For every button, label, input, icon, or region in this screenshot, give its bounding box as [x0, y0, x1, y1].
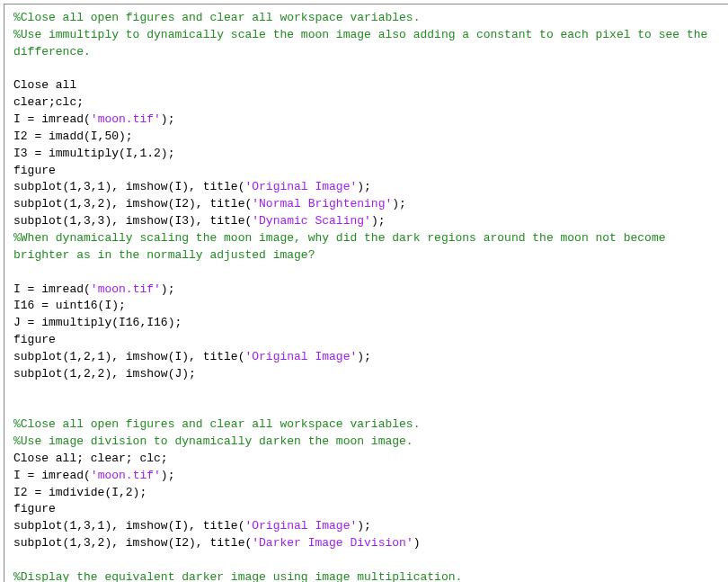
code-token: I2 = imdivide(I,2);: [13, 486, 146, 499]
code-line: [13, 61, 722, 78]
code-token: );: [357, 180, 371, 193]
code-token: figure: [13, 164, 56, 177]
code-token: 'Darker Image Division': [252, 536, 413, 550]
code-line: clear;clc;: [13, 94, 722, 112]
code-line: subplot(1,2,1), imshow(I), title('Origin…: [13, 349, 722, 366]
code-token: %Use image division to dynamically darke…: [13, 434, 413, 448]
code-block: %Close all open figures and clear all wo…: [4, 4, 728, 582]
code-line: subplot(1,2,2), imshow(J);: [13, 366, 722, 383]
code-token: Close all: [13, 78, 76, 92]
code-token: 'moon.tif': [91, 112, 161, 126]
code-token: 'Normal Brightening': [252, 197, 392, 210]
code-token: );: [161, 282, 175, 296]
code-token: subplot(1,3,1), imshow(I), title(: [13, 180, 244, 193]
code-line: I = imread('moon.tif');: [13, 112, 722, 129]
code-token: 'Dynamic Scaling': [252, 214, 371, 228]
code-line: subplot(1,3,3), imshow(I3), title('Dynam…: [13, 213, 722, 230]
code-token: subplot(1,3,2), imshow(I2), title(: [13, 197, 252, 210]
code-line: figure: [13, 332, 722, 349]
code-token: I16 = uint16(I);: [13, 299, 126, 312]
code-token: figure: [13, 333, 56, 346]
code-token: I3 = immultiply(I,1.2);: [13, 147, 174, 160]
code-line: [13, 264, 722, 282]
code-line: Close all: [13, 77, 722, 94]
code-token: subplot(1,3,1), imshow(I), title(: [13, 519, 244, 533]
code-token: );: [161, 112, 175, 126]
code-token: %When dynamically scaling the moon image…: [13, 231, 672, 262]
code-token: %Use immultiply to dynamically scale the…: [13, 28, 715, 58]
code-line: %Display the equivalent darker image usi…: [13, 569, 722, 582]
code-token: %Display the equivalent darker image usi…: [13, 570, 462, 582]
code-line: %Close all open figures and clear all wo…: [13, 416, 722, 434]
code-line: subplot(1,3,1), imshow(I), title('Origin…: [13, 518, 722, 535]
code-line: figure: [13, 501, 722, 518]
code-line: [13, 552, 722, 569]
code-token: subplot(1,2,1), imshow(I), title(: [13, 350, 244, 363]
code-token: I = imread(: [13, 282, 91, 296]
code-token: );: [371, 214, 386, 228]
code-token: I = imread(: [13, 469, 91, 482]
code-line: I = imread('moon.tif');: [13, 282, 722, 299]
code-token: clear;clc;: [13, 95, 84, 109]
code-token: I = imread(: [13, 112, 91, 126]
code-line: [13, 383, 722, 400]
code-token: );: [392, 197, 406, 210]
code-line: %Use immultiply to dynamically scale the…: [13, 27, 722, 61]
code-line: [13, 399, 722, 416]
code-token: 'Original Image': [244, 350, 357, 363]
code-token: %Close all open figures and clear all wo…: [13, 11, 420, 24]
code-line: %When dynamically scaling the moon image…: [13, 230, 722, 264]
code-token: Close all; clear; clc;: [13, 452, 168, 465]
code-token: I2 = imadd(I,50);: [13, 130, 133, 143]
code-line: %Use image division to dynamically darke…: [13, 434, 722, 451]
code-token: ): [413, 536, 421, 550]
code-token: 'moon.tif': [91, 469, 161, 482]
code-token: 'Original Image': [244, 519, 357, 533]
code-line: I2 = imdivide(I,2);: [13, 485, 722, 502]
code-token: 'moon.tif': [91, 282, 161, 296]
code-token: figure: [13, 502, 56, 515]
code-token: J = immultiply(I16,I16);: [13, 316, 182, 329]
code-line: subplot(1,3,1), imshow(I), title('Origin…: [13, 179, 722, 196]
code-token: %Close all open figures and clear all wo…: [13, 417, 420, 431]
code-line: I = imread('moon.tif');: [13, 468, 722, 485]
code-token: subplot(1,3,2), imshow(I2), title(: [13, 536, 252, 550]
code-line: figure: [13, 163, 722, 180]
code-token: subplot(1,3,3), imshow(I3), title(: [13, 214, 252, 228]
code-line: subplot(1,3,2), imshow(I2), title('Darke…: [13, 535, 722, 552]
code-token: 'Original Image': [244, 180, 357, 193]
code-line: I2 = imadd(I,50);: [13, 129, 722, 146]
code-line: %Close all open figures and clear all wo…: [13, 10, 722, 27]
code-token: );: [357, 519, 371, 533]
code-line: I16 = uint16(I);: [13, 298, 722, 315]
code-line: J = immultiply(I16,I16);: [13, 315, 722, 332]
code-line: Close all; clear; clc;: [13, 451, 722, 468]
code-line: I3 = immultiply(I,1.2);: [13, 146, 722, 163]
code-token: );: [161, 469, 175, 482]
code-token: subplot(1,2,2), imshow(J);: [13, 367, 196, 381]
code-token: );: [357, 350, 371, 363]
code-line: subplot(1,3,2), imshow(I2), title('Norma…: [13, 196, 722, 213]
